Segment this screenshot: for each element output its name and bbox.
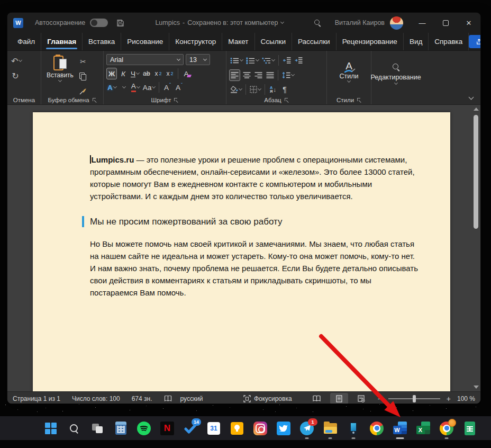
bold-button[interactable]: Ж <box>106 68 117 79</box>
phone-link-button[interactable] <box>346 421 361 436</box>
underline-button[interactable]: Ч <box>130 68 140 79</box>
char-count[interactable]: 674 зн. <box>132 395 152 402</box>
dialog-launcher-icon[interactable] <box>285 98 289 102</box>
start-button[interactable] <box>43 421 58 436</box>
autosave-toggle[interactable] <box>90 19 108 27</box>
sort-button[interactable]: АЯ ↓ <box>268 84 278 95</box>
tab-view[interactable]: Вид <box>404 33 429 50</box>
tab-layout[interactable]: Макет <box>222 33 254 50</box>
collapse-ribbon-chevron-icon[interactable] <box>469 95 474 100</box>
proofing-icon[interactable] <box>164 395 172 402</box>
tab-file[interactable]: Файл <box>12 33 41 50</box>
word-app-icon[interactable]: W <box>13 18 23 28</box>
calculator-button[interactable] <box>113 421 128 436</box>
dialog-launcher-icon[interactable] <box>174 98 178 102</box>
format-painter-button[interactable] <box>78 85 88 97</box>
tab-design[interactable]: Конструктор <box>169 33 222 50</box>
clear-formatting-button[interactable]: А <box>181 68 192 79</box>
close-button[interactable]: ✕ <box>457 13 480 33</box>
scroll-up-icon[interactable] <box>474 107 479 111</box>
decrease-indent-button[interactable] <box>281 55 292 66</box>
tab-review[interactable]: Рецензирование <box>337 33 404 50</box>
zoom-in-button[interactable]: + <box>445 395 452 403</box>
word-count[interactable]: Число слов: 100 <box>72 395 120 402</box>
print-layout-button[interactable] <box>330 393 348 404</box>
instagram-button[interactable] <box>253 421 268 436</box>
maximize-button[interactable] <box>434 13 457 33</box>
tab-help[interactable]: Справка <box>429 33 469 50</box>
editing-button[interactable]: Редактирование <box>371 51 420 96</box>
tab-home[interactable]: Главная <box>41 33 83 50</box>
paragraph-2[interactable]: Но Вы можете помочь нам своей критикой и… <box>90 238 419 299</box>
vertical-scrollbar[interactable] <box>472 106 480 390</box>
document-page[interactable]: Lumpics.ru — это полезные уроки и решени… <box>33 112 450 391</box>
change-case-button[interactable]: Аа <box>142 82 157 93</box>
share-button[interactable]: Поделиться <box>469 35 480 48</box>
shading-button[interactable] <box>229 84 243 95</box>
font-size-combo[interactable]: 13 <box>186 54 210 65</box>
font-color-button[interactable]: А <box>130 82 141 93</box>
numbered-list-button[interactable] <box>245 55 260 66</box>
spotify-button[interactable] <box>137 421 151 436</box>
line-spacing-button[interactable] <box>281 69 295 81</box>
text-effects-button[interactable]: А <box>106 82 117 93</box>
twitter-button[interactable] <box>276 421 291 436</box>
task-view-button[interactable] <box>90 421 105 436</box>
scrollbar-thumb[interactable] <box>474 115 478 229</box>
excel-taskbar-button[interactable]: X <box>416 421 431 436</box>
microsoft-todo-button[interactable]: 14 <box>183 421 198 436</box>
language-indicator[interactable]: русский <box>180 395 203 402</box>
copy-button[interactable] <box>78 70 88 82</box>
justify-button[interactable] <box>265 69 275 81</box>
dialog-launcher-icon[interactable] <box>357 98 361 102</box>
tab-insert[interactable]: Вставка <box>83 33 121 50</box>
tab-mailings[interactable]: Рассылки <box>292 33 337 50</box>
zoom-level[interactable]: 100 % <box>457 395 475 402</box>
multilevel-list-button[interactable] <box>261 55 276 66</box>
styles-button[interactable]: А Стили <box>327 51 371 92</box>
highlight-color-button[interactable] <box>119 82 129 93</box>
cut-button[interactable]: ✂ <box>78 56 88 67</box>
zoom-slider-thumb[interactable] <box>413 395 416 402</box>
web-layout-button[interactable] <box>352 393 370 404</box>
zoom-out-button[interactable]: − <box>377 395 383 403</box>
zoom-slider[interactable] <box>388 398 440 399</box>
align-left-button[interactable] <box>229 69 240 81</box>
show-paragraph-marks-button[interactable]: ¶ <box>279 84 290 95</box>
word-taskbar-button[interactable]: W <box>393 421 407 436</box>
focus-mode-button[interactable]: Фокусировка <box>243 395 292 402</box>
paragraph-1[interactable]: Lumpics.ru — это полезные уроки и решени… <box>90 154 419 202</box>
font-name-combo[interactable]: Arial <box>106 54 184 65</box>
italic-button[interactable]: К <box>118 68 129 79</box>
borders-button[interactable] <box>249 84 262 95</box>
avatar[interactable] <box>390 16 403 30</box>
chrome-button[interactable] <box>369 421 384 436</box>
telegram-button[interactable]: 1 <box>299 421 314 436</box>
netflix-button[interactable]: N <box>160 421 175 436</box>
document-heading[interactable]: Мы не просим пожертвований за свою работ… <box>82 216 419 228</box>
align-center-button[interactable] <box>241 69 252 81</box>
shrink-font-button[interactable]: Аˇ <box>174 82 184 93</box>
search-icon[interactable] <box>314 20 321 26</box>
tab-references[interactable]: Ссылки <box>255 33 293 50</box>
taskbar-search-button[interactable] <box>67 421 81 436</box>
grow-font-button[interactable]: Аˆ <box>162 82 172 93</box>
save-icon[interactable] <box>116 19 124 27</box>
strikethrough-button[interactable]: ab <box>141 68 152 79</box>
redo-button[interactable]: ↻ <box>10 70 21 82</box>
tab-draw[interactable]: Рисование <box>121 33 169 50</box>
google-keep-button[interactable] <box>230 421 244 436</box>
undo-button[interactable]: ↶ <box>10 55 23 67</box>
chrome-profile-button[interactable] <box>439 421 454 436</box>
read-mode-button[interactable] <box>308 393 326 404</box>
bullet-list-button[interactable] <box>229 55 244 66</box>
superscript-button[interactable]: x2 <box>165 68 175 79</box>
align-right-button[interactable] <box>253 69 263 81</box>
minimize-button[interactable]: — <box>411 13 434 33</box>
scroll-down-icon[interactable] <box>474 386 479 389</box>
document-title[interactable]: Lumpics - Сохранено в: этот компьютер <box>124 19 314 26</box>
file-explorer-button[interactable] <box>323 421 338 436</box>
subscript-button[interactable]: x2 <box>153 68 163 79</box>
increase-indent-button[interactable] <box>293 55 304 66</box>
google-calendar-button[interactable]: 31 <box>206 421 221 436</box>
